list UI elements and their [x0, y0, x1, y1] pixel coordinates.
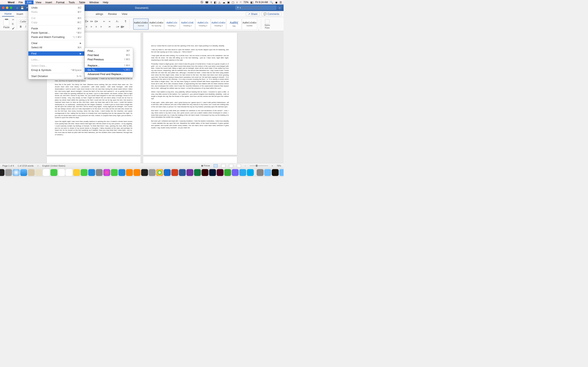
feedback-icon[interactable]: ☺ [278, 6, 282, 9]
dock-mail-icon[interactable] [20, 169, 27, 176]
menu-window[interactable]: Window [87, 0, 101, 4]
app-name[interactable]: Word [6, 0, 17, 4]
dropbox-icon[interactable]: ⫖ [210, 1, 212, 4]
menu-table[interactable]: Table [77, 0, 87, 4]
outline-view-icon[interactable] [229, 164, 233, 167]
focus-mode-button[interactable]: ▣ Focus [201, 164, 210, 167]
skype-icon[interactable]: Ⓢ [200, 0, 203, 4]
viber-icon[interactable]: ☎ [205, 1, 208, 4]
word-count[interactable]: 1 of 2218 words [17, 165, 34, 167]
dock-facetime-icon[interactable] [81, 169, 87, 176]
zoom-window-button[interactable] [10, 7, 12, 9]
page-indicator[interactable]: Page 1 of 4 [2, 165, 14, 167]
bluetooth-icon[interactable]: ᚼ [236, 1, 238, 4]
dock-skype-icon[interactable] [247, 169, 254, 176]
style-no-spacing[interactable]: AaBbCcDdEeNo Spacing [149, 18, 164, 30]
menu-format[interactable]: Format [54, 0, 67, 4]
edit-menu-paste[interactable]: Paste⌘V [28, 26, 84, 31]
menu-help[interactable]: Help [101, 0, 111, 4]
datetime[interactable]: Fri 9:24 AM [255, 1, 268, 4]
zoom-level[interactable]: 78% [277, 165, 281, 167]
style-heading-2[interactable]: AaBbCcDdEHeading 2 [180, 18, 195, 30]
zoom-in-icon[interactable]: + [272, 165, 273, 167]
edit-menu-find[interactable]: Find▶ [28, 51, 84, 56]
find-submenu-find---[interactable]: Find...⌘F [85, 49, 133, 53]
dock-calendar-icon[interactable] [58, 169, 65, 176]
dock-numbers-icon[interactable] [111, 169, 118, 176]
style-subtitle[interactable]: AaBbCcDdEeSubtitle [242, 18, 257, 30]
find-submenu-replace---[interactable]: Replace...⇧⌘H [85, 63, 133, 68]
bullets-icon[interactable]: ☰▾ [85, 20, 88, 23]
dock-launchpad-icon[interactable] [5, 169, 12, 176]
spell-check-icon[interactable]: ⏍ [37, 165, 39, 167]
dock-chrome-icon[interactable] [156, 169, 163, 176]
cut-icon[interactable]: ✂ [12, 18, 15, 21]
copy-icon[interactable]: ⎘ [12, 22, 15, 25]
find-submenu-advanced-find-and-replace---[interactable]: Advanced Find and Replace... [85, 72, 133, 76]
dock-powerpoint-icon[interactable] [171, 169, 178, 176]
format-painter-icon[interactable]: 🖌 [12, 27, 15, 30]
status-icon[interactable]: ◧ [214, 1, 216, 4]
align-center-icon[interactable]: ≡ [89, 25, 93, 29]
paste-icon[interactable] [3, 19, 9, 25]
edit-menu-clear[interactable]: Clear▶ [28, 41, 84, 45]
dock-downloads-icon[interactable] [257, 169, 264, 176]
dock-bridge-icon[interactable] [272, 169, 279, 176]
style-heading-1[interactable]: AaBbCcDcHeading 1 [164, 18, 180, 30]
dock-photos-icon[interactable] [43, 169, 50, 176]
share-button[interactable]: ↗ Share [246, 12, 260, 16]
dock-reminders-icon[interactable] [66, 169, 72, 176]
dock-word-icon[interactable] [179, 169, 186, 176]
dock-illustrator-icon[interactable] [201, 169, 208, 176]
dock-settings-icon[interactable] [149, 169, 156, 176]
edit-menu-emoji---symbols[interactable]: Emoji & Symbols^⌘Space [28, 68, 84, 72]
dock-telegram-icon[interactable] [239, 169, 246, 176]
shading-icon[interactable]: ◇▾ [116, 25, 119, 29]
dock-safari-icon[interactable] [13, 169, 20, 176]
dock-maps-icon[interactable] [35, 169, 42, 176]
show-marks-icon[interactable]: ¶ [124, 20, 127, 23]
menu-file[interactable]: File [17, 0, 25, 4]
dock-preview-icon[interactable] [96, 169, 103, 176]
dock-itunes-icon[interactable] [103, 169, 110, 176]
dock-keynote-icon[interactable] [118, 169, 125, 176]
comments-button[interactable]: 💬 Comments [261, 12, 282, 16]
app-icon[interactable]: ▣ [227, 1, 230, 4]
dock-folder1-icon[interactable] [264, 169, 271, 176]
line-spacing-icon[interactable]: ↕▾ [107, 25, 111, 29]
find-submenu-find-previous[interactable]: Find Previous⇧⌘G [85, 57, 133, 62]
tab-home[interactable]: Home [2, 11, 14, 17]
search-box[interactable]: 🔍▾ [235, 6, 276, 10]
indent-increase-icon[interactable]: ⇥ [107, 20, 111, 23]
dock-folder2-icon[interactable] [279, 169, 284, 176]
numbering-icon[interactable]: ≡▾ [89, 20, 93, 23]
save-icon[interactable]: 💾 [20, 6, 24, 9]
find-submenu-go-to---[interactable]: Go To...⌥⌘G [85, 68, 133, 72]
indent-decrease-icon[interactable]: ⇤ [103, 20, 106, 23]
wifi-icon[interactable]: ⌔ [240, 1, 242, 4]
align-justify-icon[interactable]: ≡ [99, 25, 103, 29]
dock-terminal-icon[interactable] [141, 169, 148, 176]
dock-excel-icon[interactable] [194, 169, 201, 176]
tab-mailings[interactable]: ailings [93, 12, 105, 16]
home-icon[interactable]: ⌂ [16, 6, 18, 9]
dock-torrent-icon[interactable] [224, 169, 231, 176]
menu-insert[interactable]: Insert [43, 0, 54, 4]
dock-siri-icon[interactable] [0, 169, 4, 176]
multilevel-icon[interactable]: ⊟▾ [94, 20, 98, 23]
zoom-out-icon[interactable]: − [245, 165, 246, 167]
draft-view-icon[interactable] [237, 164, 241, 167]
edit-menu-paste-and-match-formatting[interactable]: Paste and Match Formatting⌥⇧⌘V [28, 35, 84, 39]
menu-view[interactable]: View [34, 0, 43, 4]
tab-view[interactable]: View [119, 12, 130, 16]
dock-messages-icon[interactable] [51, 169, 57, 176]
print-layout-view-icon[interactable] [214, 164, 218, 167]
menu-edit[interactable]: Edit [25, 0, 34, 4]
web-layout-view-icon[interactable] [221, 164, 225, 167]
airplay-icon[interactable]: ▢ [232, 1, 234, 4]
dock-photoshop-icon[interactable] [209, 169, 216, 176]
edit-menu-undo[interactable]: Undo⌘Z [28, 6, 84, 10]
align-left-icon[interactable]: ≡ [85, 25, 88, 29]
search-input[interactable] [241, 7, 274, 9]
style-heading-3[interactable]: AaBbCcDcHeading 3 [195, 18, 210, 30]
